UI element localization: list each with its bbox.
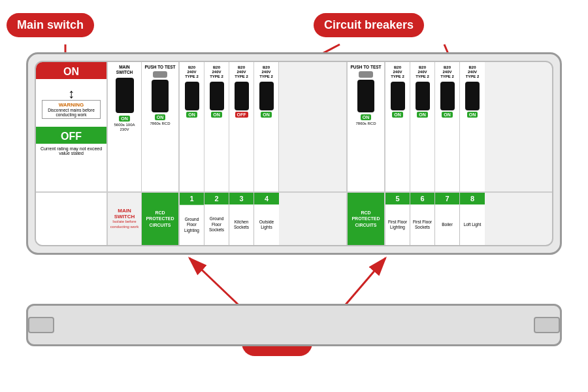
arrow-updown: ↕ bbox=[68, 87, 74, 100]
rcd1-top bbox=[152, 80, 169, 93]
circuit-6-name: First Floor Sockets bbox=[410, 204, 434, 245]
rcd2-spec: 7860s RCD bbox=[355, 122, 376, 127]
switch-diagram: ↕ WARNING Disconnect mains before conduc… bbox=[36, 79, 106, 127]
rcd2-bottom bbox=[357, 93, 374, 112]
circuit-5-status: ON bbox=[392, 112, 403, 118]
panel-board: ON ↕ WARNING Disconnect mains before con… bbox=[35, 61, 553, 246]
circuit-5-spec: B20240VTYPE 2 bbox=[391, 65, 404, 80]
circuit-3-label-col: 3 Kitchen Sockets bbox=[229, 193, 254, 245]
circuit-3-breaker-body bbox=[235, 93, 249, 110]
warning-text: Disconnect mains before conducting work bbox=[45, 108, 97, 117]
circuit-8-breaker-top bbox=[465, 82, 480, 93]
circuit-7-status: ON bbox=[442, 112, 453, 118]
circuit-3-breaker-top bbox=[235, 82, 249, 93]
circuit-6-breaker-top bbox=[416, 82, 430, 93]
circuit-3-spec: B20240VTYPE 2 bbox=[235, 65, 248, 80]
main-switch-annotation: Main switch bbox=[7, 13, 94, 37]
circuit-2-label-col: 2 Ground Floor Sockets bbox=[204, 193, 229, 245]
main-switch-on-status: ON bbox=[119, 116, 130, 122]
circuit-5-label-col: 5 First Floor Lighting bbox=[385, 193, 410, 245]
current-rating: Current rating may not exceed value stat… bbox=[36, 144, 106, 191]
circuit-6-col: B20240VTYPE 2 ON bbox=[410, 62, 435, 191]
circuit-6-label-col: 6 First Floor Sockets bbox=[410, 193, 435, 245]
left-circuit-labels: 1 Ground Floor Lighting 2 Ground Floor S… bbox=[180, 193, 348, 245]
rcd2-push-btn[interactable] bbox=[359, 71, 373, 78]
circuit-8-label-col: 8 Loft Light bbox=[460, 193, 485, 245]
right-circuits: B20240VTYPE 2 ON B20240VTYPE 2 ON B20240… bbox=[385, 62, 552, 191]
circuit-6-spec: B20240VTYPE 2 bbox=[416, 65, 429, 80]
rcd2-bottom-label: RCD PROTECTED CIRCUITS bbox=[348, 193, 385, 245]
panel-top-row: ON ↕ WARNING Disconnect mains before con… bbox=[36, 62, 552, 193]
left-circuits: B20240VTYPE 2 ON B20240VTYPE 2 ON B20240… bbox=[180, 62, 348, 191]
rcd1-on-status: ON bbox=[155, 114, 166, 120]
warning-box: WARNING Disconnect mains before conducti… bbox=[42, 100, 101, 119]
circuit-1-number: 1 bbox=[180, 193, 204, 205]
circuit-4-label-col: 4 Outside Lights bbox=[254, 193, 279, 245]
right-circuit-labels: 5 First Floor Lighting 6 First Floor Soc… bbox=[385, 193, 552, 245]
circuit-2-col: B20240VTYPE 2 ON bbox=[204, 62, 229, 191]
circuit-2-status: ON bbox=[211, 112, 222, 118]
circuit-1-breaker-body bbox=[185, 93, 199, 110]
circuit-8-name: Loft Light bbox=[460, 204, 485, 245]
circuit-1-name: Ground Floor Lighting bbox=[180, 205, 204, 245]
switch-on-label: ON bbox=[36, 62, 106, 79]
main-switch-top bbox=[116, 78, 134, 92]
circuit-6-number: 6 bbox=[410, 193, 434, 204]
circuit-5-breaker-body bbox=[391, 93, 405, 110]
circuit-8-spec: B20240VTYPE 2 bbox=[466, 65, 480, 80]
circuit-5-col: B20240VTYPE 2 ON bbox=[385, 62, 410, 191]
warning-title: WARNING bbox=[45, 102, 97, 108]
circuit-2-number: 2 bbox=[204, 193, 229, 204]
circuit-5-number: 5 bbox=[385, 193, 410, 204]
circuit-4-number: 4 bbox=[254, 193, 279, 204]
rcd2-col: PUSH TO TEST ON 7860s RCD bbox=[348, 62, 385, 191]
circuit-7-name: Boiler bbox=[435, 204, 459, 245]
rcd-connector-right bbox=[534, 317, 560, 333]
main-switch-breaker-bottom: MAIN SWITCH Isolate before conducting wo… bbox=[108, 193, 142, 245]
circuit-5-breaker-top bbox=[391, 82, 405, 93]
circuit-6-breaker-body bbox=[416, 93, 430, 110]
circuit-7-number: 7 bbox=[435, 193, 459, 204]
rcd1-push-btn[interactable] bbox=[153, 71, 167, 78]
circuit-8-number: 8 bbox=[460, 193, 485, 204]
switch-off-label: OFF bbox=[36, 127, 106, 144]
main-switch-bottom bbox=[116, 92, 134, 113]
circuit-1-col: B20240VTYPE 2 ON bbox=[180, 62, 204, 191]
circuit-breakers-annotation: Circuit breakers bbox=[314, 13, 424, 37]
circuit-1-spec: B20240VTYPE 2 bbox=[185, 65, 199, 80]
rcd1-protected-label: RCD PROTECTED CIRCUITS bbox=[144, 210, 176, 227]
circuit-2-breaker-top bbox=[210, 82, 224, 93]
circuit-2-spec: B20240VTYPE 2 bbox=[210, 65, 223, 80]
circuit-4-name: Outside Lights bbox=[254, 204, 279, 245]
rcd1-spec: 7860s RCD bbox=[150, 122, 170, 127]
circuit-8-breaker-body bbox=[465, 93, 480, 110]
circuit-4-status: ON bbox=[261, 112, 272, 118]
circuit-4-col: B20240VTYPE 2 ON bbox=[254, 62, 279, 191]
main-switch-bottom-sub: Isolate before conducting work bbox=[109, 220, 140, 230]
main-switch-bottom-label bbox=[36, 193, 108, 245]
circuit-7-spec: B20240VTYPE 2 bbox=[440, 65, 454, 80]
circuit-7-breaker-top bbox=[440, 82, 455, 93]
circuit-3-number: 3 bbox=[229, 193, 253, 204]
circuit-1-status: ON bbox=[186, 112, 197, 118]
rcd1-col: PUSH TO TEST ON 7860s RCD bbox=[142, 62, 180, 191]
main-switch-spec: 5600s 100A 230V bbox=[109, 123, 140, 133]
circuit-7-label-col: 7 Boiler bbox=[435, 193, 460, 245]
circuit-5-name: First Floor Lighting bbox=[385, 204, 410, 245]
circuit-7-col: B20240VTYPE 2 ON bbox=[435, 62, 460, 191]
rcd1-bottom-label: RCD PROTECTED CIRCUITS bbox=[142, 193, 180, 245]
rcd2-top bbox=[357, 80, 374, 93]
circuit-8-status: ON bbox=[467, 112, 478, 118]
circuit-3-status: OFF bbox=[235, 112, 248, 118]
rcd1-push-label: PUSH TO TEST bbox=[144, 65, 175, 70]
main-switch-breaker-col: MAINSWITCH ON 5600s 100A 230V bbox=[108, 62, 142, 191]
circuit-3-name: Kitchen Sockets bbox=[229, 204, 253, 245]
panel-board-outer: ON ↕ WARNING Disconnect mains before con… bbox=[26, 52, 562, 255]
circuit-6-status: ON bbox=[417, 112, 428, 118]
circuit-1-breaker-top bbox=[185, 82, 199, 93]
circuit-4-breaker-body bbox=[259, 93, 274, 110]
circuit-2-name: Ground Floor Sockets bbox=[204, 204, 229, 245]
rcd2-on-status: ON bbox=[361, 114, 372, 120]
rcd2-protected-label: RCD PROTECTED CIRCUITS bbox=[350, 210, 382, 227]
circuit-4-breaker-top bbox=[259, 82, 274, 93]
